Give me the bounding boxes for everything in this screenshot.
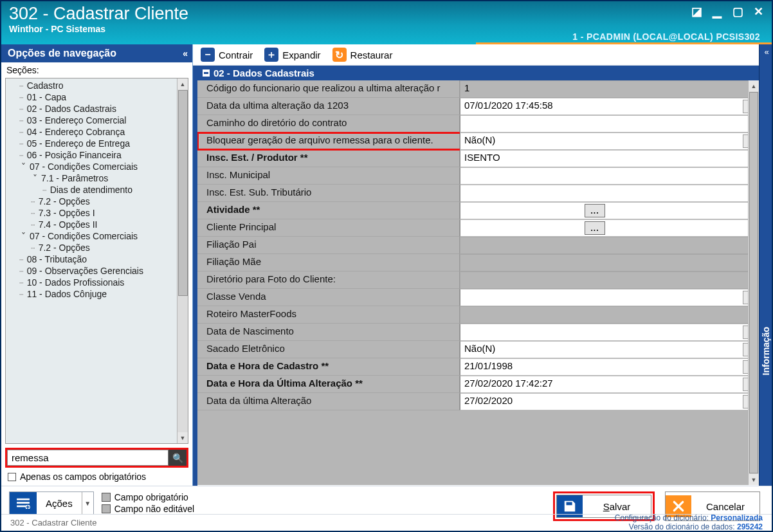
lookup-button[interactable]: ... bbox=[585, 204, 605, 217]
field-value[interactable] bbox=[460, 237, 759, 254]
field-label: Bloquear geração de arquivo remessa para… bbox=[197, 133, 460, 150]
checkbox-icon[interactable] bbox=[8, 473, 16, 481]
section-header[interactable]: 02 - Dados Cadastrais bbox=[197, 66, 759, 80]
dropdown-icon[interactable]: ▼ bbox=[82, 492, 93, 514]
restore-icon: ↻ bbox=[332, 48, 347, 62]
tree-connector: ⋯ bbox=[19, 140, 23, 148]
field-value[interactable]: ⌄ bbox=[460, 324, 759, 341]
field-value[interactable]: ISENTO bbox=[460, 150, 759, 167]
grid-row: Filiação Pai bbox=[197, 237, 759, 254]
field-value[interactable]: ... bbox=[460, 202, 759, 219]
tree-item[interactable]: ⋯08 - Tributação bbox=[8, 253, 188, 265]
nav-header-label: Opções de navegação bbox=[8, 48, 116, 59]
tree-item[interactable]: ⋯Cadastro bbox=[8, 80, 188, 91]
field-value[interactable]: 21/01/1998⌄ bbox=[460, 358, 759, 376]
window-custom-icon[interactable]: ◪ bbox=[689, 5, 704, 18]
tree-item-label: 08 - Tributação bbox=[27, 254, 87, 264]
readonly-swatch bbox=[102, 504, 111, 513]
expandir-button[interactable]: ＋ Expandir bbox=[264, 48, 320, 62]
field-value[interactable]: 27/02/2020⌄ bbox=[460, 393, 759, 410]
tree-item[interactable]: ⋯01 - Capa bbox=[8, 91, 188, 103]
scroll-down-icon[interactable]: ▼ bbox=[177, 432, 188, 443]
expand-icon[interactable]: ˅ bbox=[19, 231, 27, 241]
tree-item[interactable]: ⋯04 - Endereço Cobrança bbox=[8, 126, 188, 138]
tree-connector: ⋯ bbox=[31, 197, 35, 206]
scroll-down-icon[interactable]: ▼ bbox=[749, 474, 759, 485]
field-value[interactable]: ... bbox=[460, 219, 759, 237]
field-value[interactable]: 1 bbox=[460, 80, 759, 98]
tree-item[interactable]: ⋯7.4 - Opções II bbox=[8, 219, 188, 230]
plus-icon: ＋ bbox=[264, 48, 278, 62]
expand-icon[interactable]: ˅ bbox=[31, 173, 39, 183]
tree-item-label: 04 - Endereço Cobrança bbox=[27, 127, 125, 137]
field-label: Código do funcionario que realizou a ult… bbox=[197, 80, 460, 98]
tree-item[interactable]: ⋯06 - Posição Financeira bbox=[8, 149, 188, 161]
tree-scrollbar[interactable]: ▲ ▼ bbox=[177, 78, 188, 443]
tree-item-label: 7.4 - Opções II bbox=[39, 219, 98, 230]
tree-item-label: 03 - Endereço Comercial bbox=[27, 115, 127, 125]
field-value[interactable] bbox=[460, 185, 759, 202]
tree-item[interactable]: ⋯7.2 - Opções bbox=[8, 196, 188, 207]
field-value[interactable]: Não(N)⌄ bbox=[460, 133, 759, 150]
tree-item[interactable]: ⋯11 - Dados Cônjuge bbox=[8, 288, 188, 300]
acoes-icon bbox=[10, 492, 37, 514]
footer: Ações ▼ Campo obrigatório Campo não edit… bbox=[1, 486, 772, 531]
tree-item[interactable]: ⋯7.2 - Opções bbox=[8, 242, 188, 253]
acoes-button[interactable]: Ações ▼ bbox=[9, 491, 94, 515]
minimize-icon[interactable]: ▁ bbox=[710, 5, 724, 18]
field-value[interactable]: 27/02/2020 17:42:27⌄ bbox=[460, 376, 759, 393]
expand-info-icon[interactable]: « bbox=[759, 44, 772, 57]
field-value[interactable] bbox=[460, 254, 759, 271]
tree-item-label: 7.2 - Opções bbox=[39, 196, 90, 206]
tree-item[interactable]: ˅7.1 - Parâmetros bbox=[8, 172, 188, 184]
scroll-up-icon[interactable]: ▲ bbox=[749, 80, 759, 91]
tree-item[interactable]: ⋯7.3 - Opções I bbox=[8, 207, 188, 219]
grid-scrollbar[interactable]: ▲ ▼ bbox=[748, 80, 759, 485]
only-required-check[interactable]: Apenas os campos obrigatórios bbox=[8, 472, 186, 482]
field-label: Atividade ** bbox=[197, 202, 460, 219]
grid-row: Classe Venda⌄ bbox=[197, 289, 759, 306]
tree-item[interactable]: ⋯03 - Endereço Comercial bbox=[8, 115, 188, 126]
scroll-thumb[interactable] bbox=[749, 92, 758, 473]
field-value[interactable] bbox=[460, 306, 759, 324]
tree-item[interactable]: ⋯Dias de atendimento bbox=[8, 184, 188, 196]
field-label: Sacado Eletrônico bbox=[197, 341, 460, 358]
status-left: 302 - Cadastrar Cliente bbox=[10, 518, 96, 527]
grid-row: Data e Hora de Cadastro **21/01/1998⌄ bbox=[197, 358, 759, 376]
contrair-button[interactable]: − Contrair bbox=[201, 48, 253, 62]
status-bar: 302 - Cadastrar Cliente Configuração do … bbox=[1, 514, 772, 531]
tree-item[interactable]: ⋯02 - Dados Cadastrais bbox=[8, 103, 188, 115]
tree-item[interactable]: ⋯10 - Dados Profissionais bbox=[8, 277, 188, 288]
tree-item[interactable]: ⋯05 - Endereço de Entrega bbox=[8, 138, 188, 149]
expandir-label: Expandir bbox=[282, 50, 320, 60]
sections-label: Seções: bbox=[1, 62, 192, 77]
restaurar-button[interactable]: ↻ Restaurar bbox=[332, 48, 393, 62]
field-label: Data da ultima alteração da 1203 bbox=[197, 98, 460, 115]
field-value[interactable] bbox=[460, 115, 759, 133]
maximize-icon[interactable]: ▢ bbox=[731, 5, 745, 18]
field-value[interactable] bbox=[460, 271, 759, 289]
nav-tree[interactable]: ⋯Cadastro⋯01 - Capa⋯02 - Dados Cadastrai… bbox=[6, 78, 188, 301]
field-value[interactable] bbox=[460, 167, 759, 185]
info-side-tab[interactable]: « Informação bbox=[759, 44, 772, 486]
collapse-nav-icon[interactable]: « bbox=[183, 48, 186, 59]
collapse-section-icon[interactable] bbox=[203, 69, 210, 77]
tree-item[interactable]: ⋯09 - Observações Gerenciais bbox=[8, 265, 188, 277]
field-value[interactable]: 07/01/2020 17:45:58⌄ bbox=[460, 98, 759, 115]
field-label: Insc. Municipal bbox=[197, 167, 460, 185]
window-title: 302 - Cadastrar Cliente bbox=[9, 4, 764, 24]
field-value[interactable]: ⌄ bbox=[460, 289, 759, 306]
tree-item-label: 7.2 - Opções bbox=[39, 243, 90, 253]
search-icon[interactable]: 🔍 bbox=[168, 450, 186, 466]
close-icon[interactable]: ✕ bbox=[751, 5, 765, 18]
field-value[interactable]: Não(N)⌄ bbox=[460, 341, 759, 358]
contrair-label: Contrair bbox=[219, 50, 253, 60]
tree-item[interactable]: ˅07 - Condições Comerciais bbox=[8, 230, 188, 242]
lookup-button[interactable]: ... bbox=[585, 221, 605, 235]
scroll-up-icon[interactable]: ▲ bbox=[177, 78, 188, 89]
expand-icon[interactable]: ˅ bbox=[19, 161, 27, 172]
nav-header[interactable]: Opções de navegação « bbox=[1, 44, 192, 62]
search-input[interactable] bbox=[7, 450, 168, 466]
scroll-thumb[interactable] bbox=[178, 90, 188, 296]
tree-item[interactable]: ˅07 - Condições Comerciais bbox=[8, 161, 188, 172]
